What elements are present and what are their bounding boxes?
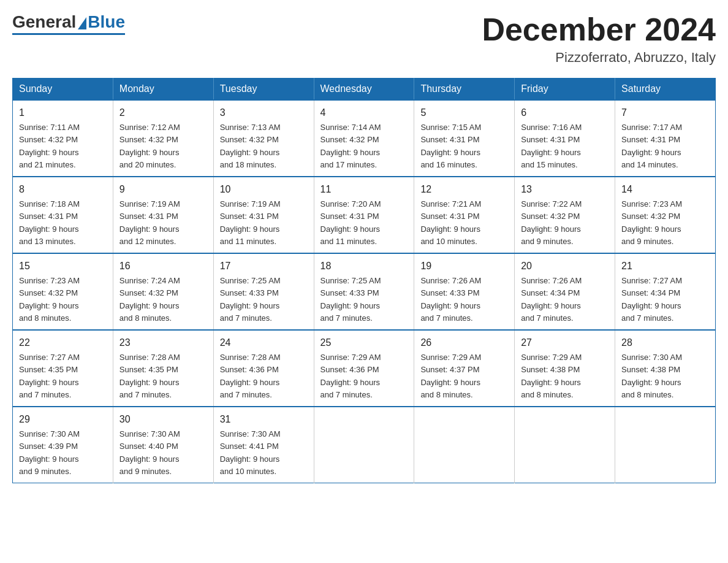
day-info: Sunrise: 7:23 AMSunset: 4:32 PMDaylight:… (19, 276, 80, 323)
day-info: Sunrise: 7:28 AMSunset: 4:35 PMDaylight:… (119, 353, 180, 399)
calendar-cell: 12Sunrise: 7:21 AMSunset: 4:31 PMDayligh… (414, 177, 515, 253)
day-number: 22 (19, 335, 107, 350)
day-info: Sunrise: 7:26 AMSunset: 4:34 PMDaylight:… (521, 276, 582, 323)
day-info: Sunrise: 7:23 AMSunset: 4:32 PMDaylight:… (621, 199, 682, 246)
calendar-cell: 16Sunrise: 7:24 AMSunset: 4:32 PMDayligh… (113, 253, 213, 330)
day-info: Sunrise: 7:13 AMSunset: 4:32 PMDaylight:… (220, 123, 281, 169)
calendar-cell: 26Sunrise: 7:29 AMSunset: 4:37 PMDayligh… (414, 330, 515, 407)
day-number: 6 (521, 105, 609, 120)
day-number: 1 (19, 105, 107, 120)
day-info: Sunrise: 7:25 AMSunset: 4:33 PMDaylight:… (320, 276, 381, 323)
day-info: Sunrise: 7:21 AMSunset: 4:31 PMDaylight:… (420, 199, 481, 246)
location-text: Pizzoferrato, Abruzzo, Italy (482, 50, 716, 66)
calendar-cell (515, 407, 615, 483)
logo-underline (12, 33, 125, 35)
calendar-cell: 29Sunrise: 7:30 AMSunset: 4:39 PMDayligh… (13, 407, 113, 483)
day-info: Sunrise: 7:14 AMSunset: 4:32 PMDaylight:… (320, 123, 381, 169)
day-number: 13 (521, 182, 609, 197)
day-number: 27 (521, 335, 609, 350)
day-number: 3 (220, 105, 308, 120)
day-number: 28 (621, 335, 709, 350)
day-info: Sunrise: 7:25 AMSunset: 4:33 PMDaylight:… (220, 276, 281, 323)
calendar-cell: 6Sunrise: 7:16 AMSunset: 4:31 PMDaylight… (515, 100, 615, 177)
day-info: Sunrise: 7:29 AMSunset: 4:37 PMDaylight:… (420, 353, 481, 399)
header-sunday: Sunday (13, 79, 113, 101)
calendar-cell: 20Sunrise: 7:26 AMSunset: 4:34 PMDayligh… (515, 253, 615, 330)
logo: General Blue (12, 12, 125, 35)
calendar-cell: 15Sunrise: 7:23 AMSunset: 4:32 PMDayligh… (13, 253, 113, 330)
calendar-cell: 23Sunrise: 7:28 AMSunset: 4:35 PMDayligh… (113, 330, 213, 407)
calendar-cell (314, 407, 414, 483)
calendar-cell: 28Sunrise: 7:30 AMSunset: 4:38 PMDayligh… (615, 330, 716, 407)
day-info: Sunrise: 7:27 AMSunset: 4:34 PMDaylight:… (621, 276, 682, 323)
header-monday: Monday (113, 79, 213, 101)
calendar-cell: 27Sunrise: 7:29 AMSunset: 4:38 PMDayligh… (515, 330, 615, 407)
day-number: 29 (19, 412, 107, 427)
day-info: Sunrise: 7:26 AMSunset: 4:33 PMDaylight:… (420, 276, 481, 323)
day-number: 8 (19, 182, 107, 197)
logo-triangle-icon (78, 17, 86, 29)
day-number: 23 (119, 335, 207, 350)
day-number: 24 (220, 335, 308, 350)
day-info: Sunrise: 7:29 AMSunset: 4:36 PMDaylight:… (320, 353, 381, 399)
day-number: 26 (420, 335, 508, 350)
calendar-cell: 18Sunrise: 7:25 AMSunset: 4:33 PMDayligh… (314, 253, 414, 330)
day-number: 4 (320, 105, 408, 120)
calendar-cell: 31Sunrise: 7:30 AMSunset: 4:41 PMDayligh… (213, 407, 314, 483)
day-info: Sunrise: 7:19 AMSunset: 4:31 PMDaylight:… (119, 199, 180, 246)
day-number: 31 (220, 412, 308, 427)
header-saturday: Saturday (615, 79, 716, 101)
calendar-cell: 30Sunrise: 7:30 AMSunset: 4:40 PMDayligh… (113, 407, 213, 483)
calendar-cell: 24Sunrise: 7:28 AMSunset: 4:36 PMDayligh… (213, 330, 314, 407)
day-number: 9 (119, 182, 207, 197)
day-number: 25 (320, 335, 408, 350)
calendar-cell: 1Sunrise: 7:11 AMSunset: 4:32 PMDaylight… (13, 100, 113, 177)
calendar-cell: 9Sunrise: 7:19 AMSunset: 4:31 PMDaylight… (113, 177, 213, 253)
day-number: 12 (420, 182, 508, 197)
day-info: Sunrise: 7:15 AMSunset: 4:31 PMDaylight:… (420, 123, 481, 169)
day-number: 20 (521, 259, 609, 274)
day-number: 5 (420, 105, 508, 120)
calendar-cell: 13Sunrise: 7:22 AMSunset: 4:32 PMDayligh… (515, 177, 615, 253)
calendar-cell: 8Sunrise: 7:18 AMSunset: 4:31 PMDaylight… (13, 177, 113, 253)
day-info: Sunrise: 7:30 AMSunset: 4:39 PMDaylight:… (19, 429, 80, 476)
day-info: Sunrise: 7:11 AMSunset: 4:32 PMDaylight:… (19, 123, 80, 169)
month-title: December 2024 (482, 12, 716, 47)
calendar-cell: 17Sunrise: 7:25 AMSunset: 4:33 PMDayligh… (213, 253, 314, 330)
day-number: 7 (621, 105, 709, 120)
calendar-cell: 5Sunrise: 7:15 AMSunset: 4:31 PMDaylight… (414, 100, 515, 177)
calendar-header-row: SundayMondayTuesdayWednesdayThursdayFrid… (13, 79, 716, 101)
day-info: Sunrise: 7:17 AMSunset: 4:31 PMDaylight:… (621, 123, 682, 169)
calendar-cell (615, 407, 716, 483)
calendar-cell: 2Sunrise: 7:12 AMSunset: 4:32 PMDaylight… (113, 100, 213, 177)
day-number: 14 (621, 182, 709, 197)
day-number: 15 (19, 259, 107, 274)
header-thursday: Thursday (414, 79, 515, 101)
page-header: General Blue December 2024 Pizzoferrato,… (12, 12, 716, 66)
day-info: Sunrise: 7:12 AMSunset: 4:32 PMDaylight:… (119, 123, 180, 169)
calendar-cell: 22Sunrise: 7:27 AMSunset: 4:35 PMDayligh… (13, 330, 113, 407)
calendar-cell: 3Sunrise: 7:13 AMSunset: 4:32 PMDaylight… (213, 100, 314, 177)
calendar-cell: 4Sunrise: 7:14 AMSunset: 4:32 PMDaylight… (314, 100, 414, 177)
day-info: Sunrise: 7:22 AMSunset: 4:32 PMDaylight:… (521, 199, 582, 246)
day-info: Sunrise: 7:16 AMSunset: 4:31 PMDaylight:… (521, 123, 582, 169)
calendar-week-row: 29Sunrise: 7:30 AMSunset: 4:39 PMDayligh… (13, 407, 716, 483)
logo-general-text: General (12, 12, 76, 32)
day-info: Sunrise: 7:19 AMSunset: 4:31 PMDaylight:… (220, 199, 281, 246)
title-section: December 2024 Pizzoferrato, Abruzzo, Ita… (482, 12, 716, 66)
calendar-cell: 11Sunrise: 7:20 AMSunset: 4:31 PMDayligh… (314, 177, 414, 253)
calendar-cell: 7Sunrise: 7:17 AMSunset: 4:31 PMDaylight… (615, 100, 716, 177)
calendar-week-row: 22Sunrise: 7:27 AMSunset: 4:35 PMDayligh… (13, 330, 716, 407)
day-number: 21 (621, 259, 709, 274)
calendar-week-row: 8Sunrise: 7:18 AMSunset: 4:31 PMDaylight… (13, 177, 716, 253)
day-info: Sunrise: 7:28 AMSunset: 4:36 PMDaylight:… (220, 353, 281, 399)
day-info: Sunrise: 7:29 AMSunset: 4:38 PMDaylight:… (521, 353, 582, 399)
day-number: 11 (320, 182, 408, 197)
calendar-week-row: 1Sunrise: 7:11 AMSunset: 4:32 PMDaylight… (13, 100, 716, 177)
calendar-cell: 19Sunrise: 7:26 AMSunset: 4:33 PMDayligh… (414, 253, 515, 330)
calendar-cell: 25Sunrise: 7:29 AMSunset: 4:36 PMDayligh… (314, 330, 414, 407)
day-number: 18 (320, 259, 408, 274)
day-number: 17 (220, 259, 308, 274)
header-tuesday: Tuesday (213, 79, 314, 101)
day-number: 10 (220, 182, 308, 197)
